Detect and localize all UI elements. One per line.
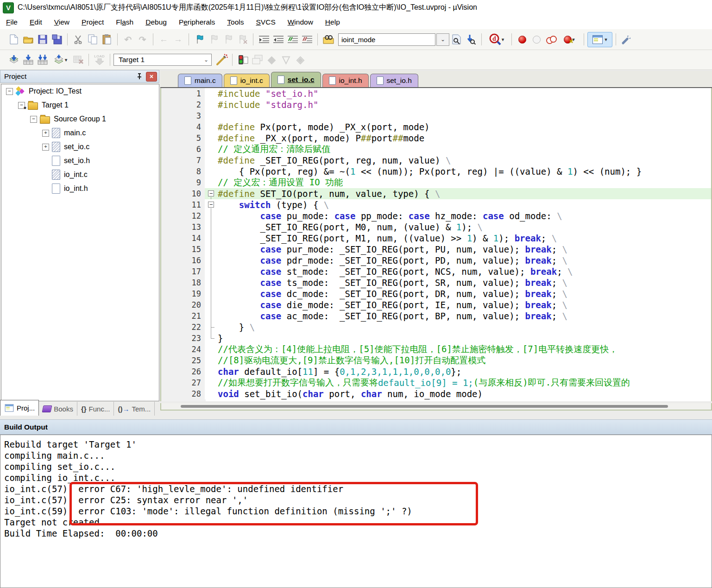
code-line-4[interactable]: 4#define Px(port, mode) _PX_x(port, mode… [161,121,711,133]
tree-item-target-1[interactable]: −*Target 1 [1,98,159,112]
code-line-11[interactable]: 11− switch (type) { \ [161,199,711,210]
rebuild-all-button[interactable] [36,54,49,66]
code-line-16[interactable]: 16 case pdr_mode: _SET_IO_REG(port, PD, … [161,255,711,266]
code-line-6[interactable]: 6// 定义通用宏：清除后赋值 [161,144,711,155]
menu-help[interactable]: Help [319,16,346,28]
menu-flash[interactable]: Flash [110,16,139,28]
navigate-forward-button[interactable]: → [172,33,184,46]
configure-wrench-button[interactable] [620,33,633,46]
menu-project[interactable]: Project [76,16,110,28]
paste-button[interactable] [101,33,113,46]
menu-file[interactable]: File [0,16,24,28]
code-line-24[interactable]: 24//代表含义为：[4]使能上拉电阻，[5]使能下拉电阻，[6]禁止施密特触发… [161,344,711,355]
target-select-combo[interactable]: Target 1 ⌄ [113,54,212,66]
editor-tab-io_int-c[interactable]: io_int.c [224,74,270,87]
cut-button[interactable] [72,33,84,46]
options-for-target-button[interactable] [215,54,228,66]
code-line-14[interactable]: 14 _SET_IO_REG(port, M1, num, ((value) >… [161,233,711,244]
uncomment-selection-button[interactable] [301,33,313,46]
code-line-8[interactable]: 8 { Px(port, reg) &= ~(1 << (num)); Px(p… [161,166,711,177]
tree-expander[interactable]: + [42,130,49,137]
code-line-21[interactable]: 21 case ac_mode: _SET_IO_REG(port, BP, n… [161,310,711,322]
code-line-7[interactable]: 7#define _SET_IO_REG(port, reg, num, val… [161,155,711,166]
close-panel-button[interactable]: × [146,72,157,82]
panel-tab-books[interactable]: Books [39,402,77,416]
code-line-15[interactable]: 15 case pur_mode: _SET_IO_REG(port, PU, … [161,244,711,255]
menu-debug[interactable]: Debug [139,16,173,28]
next-bookmark-button[interactable] [208,33,220,46]
save-all-button[interactable] [50,33,63,46]
editor-tab-io_int-h[interactable]: io_int.h [322,74,369,87]
menu-peripherals[interactable]: Peripherals [173,16,221,28]
menu-edit[interactable]: Edit [24,16,48,28]
code-line-26[interactable]: 26char default_io[11] = {0,1,2,3,1,1,1,0… [161,366,711,377]
code-line-25[interactable]: 25//[8]驱动电流更大,[9]禁止数字信号输入,[10]打开自动配置模式 [161,355,711,366]
manage-rte-button[interactable]: ◆ [265,54,278,66]
pin-icon[interactable] [135,72,144,81]
filter-funnel-button[interactable]: ▽ [280,54,292,66]
code-line-9[interactable]: 9// 定义宏：通用设置 IO 功能 [161,177,711,188]
code-line-10[interactable]: 10−#define SET_IO(port, num, value, type… [161,188,711,199]
insert-breakpoint-button[interactable] [516,33,529,46]
fold-marker[interactable]: − [205,188,218,199]
code-line-22[interactable]: 22 } \ [161,322,711,333]
navigate-back-button[interactable]: ← [158,33,170,46]
find-in-files-button[interactable] [322,33,334,46]
code-line-5[interactable]: 5#define _PX_x(port, mode) P##port##mode [161,133,711,144]
code-line-2[interactable]: 2#include "stdarg.h" [161,99,711,110]
search-combo-dropdown[interactable]: ⌄ [436,33,449,46]
editor-tab-set_io-c[interactable]: set_io.c [271,72,321,87]
previous-bookmark-button[interactable] [222,33,234,46]
indent-right-button[interactable] [258,33,270,46]
stop-build-button[interactable] [72,54,84,66]
kill-breakpoints-button[interactable]: ×▾ [559,33,580,46]
target-select-dropdown[interactable]: ⌄ [201,54,211,65]
menu-view[interactable]: View [48,16,76,28]
code-line-19[interactable]: 19 case dc_mode: _SET_IO_REG(port, DR, n… [161,288,711,299]
tree-item-io-int-c[interactable]: io_int.c [1,168,159,182]
code-editor[interactable]: 1#include "set_io.h"2#include "stdarg.h"… [160,88,712,401]
fold-marker[interactable]: − [205,199,218,210]
clear-bookmarks-button[interactable] [236,33,249,46]
tree-item-set-io-h[interactable]: set_io.h [1,154,159,168]
open-file-button[interactable] [22,33,34,46]
code-line-17[interactable]: 17 case st_mode: _SET_IO_REG(port, NCS, … [161,266,711,277]
tree-expander[interactable]: + [42,144,49,151]
tree-expander[interactable]: − [30,116,37,123]
debug-session-button[interactable]: d▾ [486,33,507,46]
menu-tools[interactable]: Tools [221,16,250,28]
editor-tab-set_io-h[interactable]: set_io.h [370,74,418,87]
comment-selection-button[interactable] [286,33,299,46]
window-layout-button[interactable]: ▾ [587,32,612,47]
code-line-12[interactable]: 12 case pu_mode: case pp_mode: case hz_m… [161,210,711,221]
translate-file-button[interactable] [7,54,20,66]
code-line-13[interactable]: 13 _SET_IO_REG(port, M0, num, (value) & … [161,221,711,233]
code-line-20[interactable]: 20 case die_mode: _SET_IO_REG(port, IE, … [161,299,711,310]
tree-item-project-io-test[interactable]: −Project: IO_Test [1,84,159,98]
copy-button[interactable] [86,33,99,46]
build-output-header[interactable]: Build Output [0,419,712,435]
code-line-3[interactable]: 3 [161,110,711,121]
tree-item-io-int-h[interactable]: io_int.h [1,182,159,196]
insert-bookmark-button[interactable] [193,33,206,46]
menu-window[interactable]: Window [282,16,319,28]
incremental-find-button[interactable] [465,33,477,46]
code-line-1[interactable]: 1#include "set_io.h" [161,88,711,99]
indent-left-button[interactable] [272,33,284,46]
menu-svcs[interactable]: SVCS [250,16,282,28]
panel-tab-tem[interactable]: ()→Tem... [114,402,155,416]
search-combo-input[interactable] [338,33,435,46]
start-debug-button[interactable] [237,54,249,66]
editor-hscrollbar[interactable] [160,403,712,411]
tree-item-source-group-1[interactable]: −Source Group 1 [1,112,159,126]
tree-expander[interactable]: − [6,88,13,95]
mesh-diamond-button[interactable]: ◈ [294,54,307,66]
enable-breakpoint-button[interactable] [530,33,543,46]
code-line-28[interactable]: 28void set_bit_io(char port, char num, i… [161,388,711,399]
code-line-18[interactable]: 18 case ts_mode: _SET_IO_REG(port, SR, n… [161,277,711,288]
code-line-23[interactable]: 23} [161,333,711,344]
panel-tab-proj[interactable]: Proj... [0,400,39,416]
undo-button[interactable]: ↶ [122,33,134,46]
find-in-document-button[interactable] [450,33,463,46]
editor-tab-main-c[interactable]: main.c [178,74,222,87]
